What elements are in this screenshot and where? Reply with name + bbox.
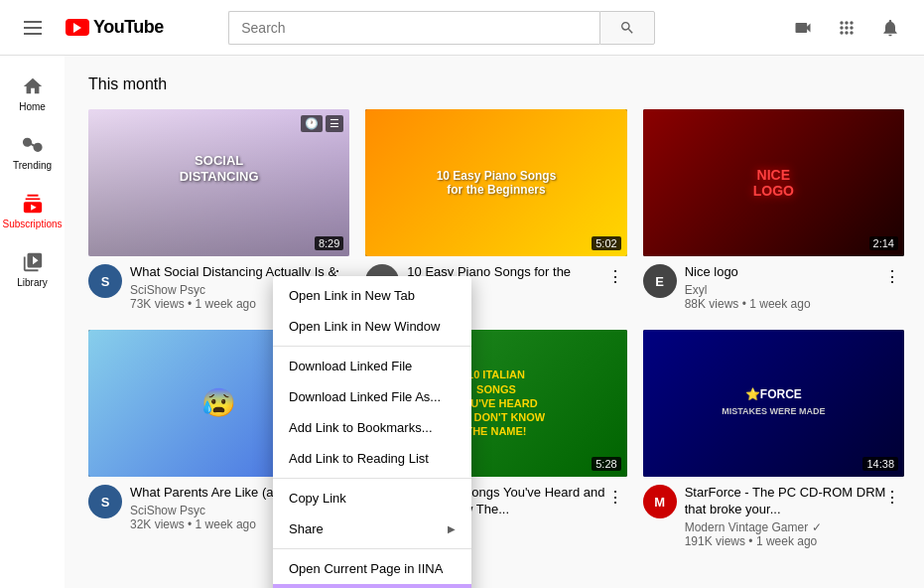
menu-button[interactable] (16, 13, 50, 43)
channel-name-v4: SciShow Psyc (130, 504, 205, 517)
video-card-v3[interactable]: NICELOGO 2:14 E Nice logo Exyl 88K views… (643, 109, 904, 314)
video-age-v1: 1 week ago (196, 297, 256, 311)
video-info-v6: M StarForce - The PC CD-ROM DRM that bro… (643, 485, 904, 548)
sidebar-item-trending-label: Trending (13, 160, 52, 171)
watch-later-icon[interactable]: 🕐 (301, 115, 323, 132)
sidebar-item-home-label: Home (19, 101, 46, 112)
video-meta-v6: Modern Vintage Gamer ✓ 191K views • 1 we… (685, 520, 904, 548)
sidebar-item-trending[interactable]: Trending (4, 122, 61, 179)
video-camera-icon (793, 18, 813, 38)
sidebar-item-library[interactable]: Library (4, 239, 61, 296)
search-bar (228, 11, 655, 45)
avatar-v1: S (88, 264, 122, 298)
video-details-v3: Nice logo Exyl 88K views • 1 week ago (685, 264, 904, 311)
menu-item-share[interactable]: Share ▶ (273, 514, 471, 544)
home-icon (22, 75, 44, 97)
channel-name-v1: SciShow Psyc (130, 283, 205, 297)
avatar-v3: E (643, 264, 677, 298)
more-button-v6[interactable]: ⋮ (880, 485, 904, 509)
menu-item-add-reading-list[interactable]: Add Link to Reading List (273, 443, 471, 474)
avatar-v6: M (643, 485, 677, 518)
share-submenu-arrow: ▶ (448, 523, 456, 534)
header-right (785, 10, 908, 46)
menu-item-download-linked[interactable]: Download Linked File (273, 351, 471, 381)
sidebar-item-library-label: Library (17, 277, 48, 288)
sidebar-item-subscriptions-label: Subscriptions (2, 219, 62, 229)
more-button-v3[interactable]: ⋮ (880, 264, 904, 288)
video-age-v6: 1 week ago (756, 534, 817, 548)
menu-divider-2 (273, 478, 471, 479)
menu-item-open-new-tab[interactable]: Open Link in New Tab (273, 280, 471, 311)
channel-name-v6: Modern Vintage Gamer ✓ (685, 520, 822, 534)
apps-icon (837, 18, 857, 38)
youtube-logo-icon (66, 19, 89, 36)
menu-item-add-bookmarks[interactable]: Add Link to Bookmarks... (273, 412, 471, 443)
thumbnail-v2: 10 Easy Piano Songsfor the Beginners 5:0… (365, 109, 626, 256)
sidebar-item-subscriptions[interactable]: Subscriptions (4, 181, 61, 237)
thumbnail-v6: ⭐FORCEMISTAKES WERE MADE 14:38 (643, 330, 904, 477)
video-details-v6: StarForce - The PC CD-ROM DRM that broke… (685, 485, 904, 548)
context-menu: Open Link in New Tab Open Link in New Wi… (273, 276, 471, 588)
avatar-v4: S (88, 485, 122, 518)
notifications-button[interactable] (872, 10, 908, 46)
search-input[interactable] (228, 11, 599, 45)
menu-item-copy-link[interactable]: Copy Link (273, 483, 471, 514)
more-button-v5[interactable]: ⋮ (603, 485, 627, 509)
library-icon (22, 251, 44, 273)
duration-v3: 2:14 (869, 236, 898, 250)
menu-divider-1 (273, 346, 471, 347)
sidebar: Home Trending Subscriptions Library (0, 56, 65, 588)
section-title: This month (88, 75, 904, 93)
header-left: YouTube (16, 13, 164, 43)
bell-icon (880, 18, 900, 38)
duration-v6: 14:38 (862, 457, 898, 471)
logo-text: YouTube (93, 17, 164, 38)
add-to-queue-icon[interactable]: ☰ (326, 115, 343, 132)
video-title-v3: Nice logo (685, 264, 904, 281)
video-info-v3: E Nice logo Exyl 88K views • 1 week ago … (643, 264, 904, 311)
menu-divider-3 (273, 548, 471, 549)
video-age-v3: 1 week ago (749, 297, 810, 311)
video-views-v4: 32K views (130, 517, 185, 531)
video-views-v6: 191K views (685, 534, 745, 548)
video-grid: SOCIALDISTANCING 🕐 ☰ 8:29 S What Social … (88, 109, 904, 548)
main-content: This month SOCIALDISTANCING 🕐 ☰ 8:29 S (65, 56, 924, 588)
sidebar-item-home[interactable]: Home (4, 64, 61, 120)
duration-v5: 5:28 (592, 457, 620, 471)
channel-name-v3: Exyl (685, 283, 708, 297)
video-meta-v3: Exyl 88K views • 1 week ago (685, 283, 904, 311)
video-card-v6[interactable]: ⭐FORCEMISTAKES WERE MADE 14:38 M StarFor… (643, 330, 904, 548)
search-button[interactable] (599, 11, 655, 45)
video-age-v4: 1 week ago (196, 517, 256, 531)
thumbnail-v3: NICELOGO 2:14 (643, 109, 904, 256)
search-icon (619, 20, 635, 36)
video-views-v3: 88K views (685, 297, 739, 311)
youtube-logo[interactable]: YouTube (66, 17, 164, 38)
apps-button[interactable] (829, 10, 864, 46)
header: YouTube (0, 0, 924, 56)
trending-icon (22, 134, 44, 156)
menu-item-open-link-iina[interactable]: Open Link in IINA (273, 584, 471, 588)
create-video-button[interactable] (785, 10, 821, 46)
menu-item-download-linked-as[interactable]: Download Linked File As... (273, 381, 471, 412)
more-button-v2[interactable]: ⋮ (603, 264, 627, 288)
menu-item-open-current-iina[interactable]: Open Current Page in IINA (273, 553, 471, 584)
menu-item-open-new-window[interactable]: Open Link in New Window (273, 311, 471, 342)
duration-v2: 5:02 (592, 236, 620, 250)
video-views-v1: 73K views (130, 297, 185, 311)
duration-v1: 8:29 (315, 236, 343, 250)
subscriptions-icon (22, 193, 44, 215)
video-title-v6: StarForce - The PC CD-ROM DRM that broke… (685, 485, 904, 518)
thumbnail-v1: SOCIALDISTANCING 🕐 ☰ 8:29 (88, 109, 349, 256)
